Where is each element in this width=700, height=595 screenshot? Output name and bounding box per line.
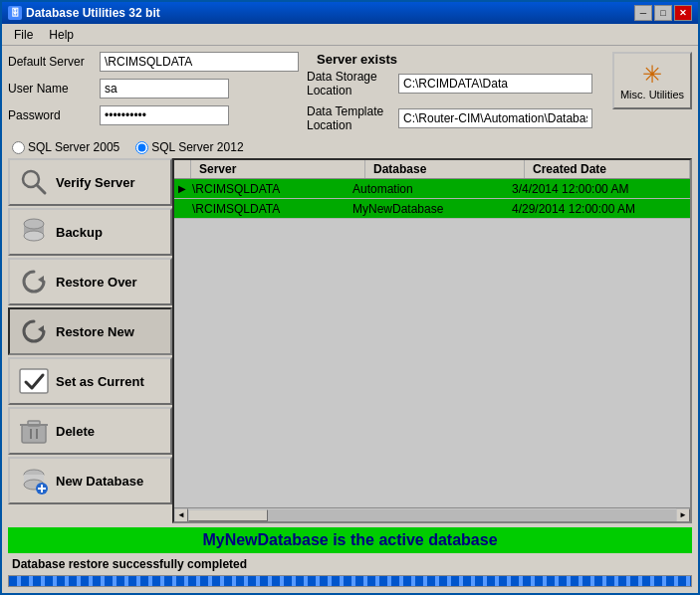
table-row[interactable]: ▶ \RCIMSQLDATA Automation 3/4/2014 12:00…: [174, 179, 690, 199]
scroll-track[interactable]: [188, 509, 676, 521]
restore-over-icon: [18, 266, 50, 298]
backup-icon: [18, 216, 50, 248]
misc-utilities-icon: ✳: [642, 61, 662, 89]
sidebar: Verify Server Backup: [8, 158, 172, 523]
restore-new-icon: [18, 315, 50, 347]
default-server-input[interactable]: [100, 52, 299, 72]
title-bar: 🗄 Database Utilities 32 bit ─ □ ✕: [2, 2, 698, 24]
header-section: Default Server User Name Password Server…: [8, 52, 692, 136]
row-arrow: [174, 208, 188, 210]
new-database-label: New Database: [56, 474, 143, 489]
restore-new-button[interactable]: Restore New: [8, 307, 172, 355]
main-panel: Verify Server Backup: [8, 158, 692, 523]
svg-line-1: [37, 185, 45, 193]
set-as-current-icon: [18, 365, 50, 397]
row-date: 3/4/2014 12:00:00 AM: [508, 181, 690, 197]
bottom-status: Database restore successfully completed: [8, 555, 692, 573]
svg-marker-7: [38, 325, 44, 333]
content-area: Default Server User Name Password Server…: [2, 46, 698, 593]
username-row: User Name: [8, 79, 299, 99]
backup-label: Backup: [56, 225, 103, 240]
restore-over-button[interactable]: Restore Over: [8, 258, 172, 305]
misc-utilities-button[interactable]: ✳ Misc. Utilities: [612, 52, 692, 109]
verify-server-icon: [18, 166, 50, 198]
scroll-thumb[interactable]: [188, 509, 268, 521]
default-server-row: Default Server: [8, 52, 299, 72]
menu-file[interactable]: File: [6, 26, 41, 44]
window-controls: ─ □ ✕: [634, 5, 692, 21]
radio-sql2012-label[interactable]: SQL Server 2012: [135, 140, 243, 154]
status-banner: MyNewDatabase is the active database: [8, 527, 692, 553]
data-storage-row: Data Storage Location: [307, 70, 600, 98]
left-form: Default Server User Name Password: [8, 52, 299, 136]
th-database: Database: [365, 160, 525, 178]
th-server: Server: [191, 160, 365, 178]
radio-sql2012-text: SQL Server 2012: [151, 140, 243, 154]
row-arrow: ▶: [174, 182, 188, 195]
password-label: Password: [8, 108, 96, 122]
misc-utilities-label: Misc. Utilities: [620, 89, 684, 100]
scroll-left-button[interactable]: ◄: [174, 508, 188, 522]
table-area: Server Database Created Date ▶ \RCIMSQLD…: [172, 158, 692, 523]
radio-sql2005[interactable]: [12, 141, 25, 154]
window-title: Database Utilities 32 bit: [26, 6, 634, 20]
right-form: Server exists Data Storage Location Data…: [307, 52, 600, 136]
horizontal-scrollbar[interactable]: ◄ ►: [174, 507, 690, 521]
th-date: Created Date: [525, 160, 690, 178]
data-template-label: Data Template Location: [307, 104, 394, 132]
svg-point-4: [24, 231, 44, 241]
row-server: \RCIMSQLDATA: [188, 201, 349, 217]
backup-button[interactable]: Backup: [8, 208, 172, 256]
set-as-current-button[interactable]: Set as Current: [8, 357, 172, 405]
row-database: MyNewDatabase: [349, 201, 508, 217]
svg-rect-8: [20, 369, 48, 393]
progress-bar-container: [8, 575, 692, 587]
server-exists-label: Server exists: [317, 52, 397, 67]
menu-bar: File Help: [2, 24, 698, 46]
svg-rect-9: [22, 425, 46, 443]
row-date: 4/29/2014 12:00:00 AM: [508, 201, 690, 217]
progress-bar: [9, 576, 691, 586]
window-icon: 🗄: [8, 6, 22, 20]
default-server-label: Default Server: [8, 55, 96, 69]
data-template-row: Data Template Location: [307, 104, 600, 132]
delete-button[interactable]: Delete: [8, 407, 172, 455]
new-database-button[interactable]: New Database: [8, 457, 172, 504]
row-server: \RCIMSQLDATA: [188, 181, 349, 197]
svg-marker-6: [38, 276, 44, 284]
new-database-icon: [18, 465, 50, 496]
minimize-button[interactable]: ─: [634, 5, 652, 21]
username-label: User Name: [8, 82, 96, 96]
password-row: Password: [8, 105, 299, 125]
row-database: Automation: [349, 181, 508, 197]
menu-help[interactable]: Help: [41, 26, 82, 44]
data-template-input[interactable]: [398, 108, 592, 128]
svg-point-5: [24, 219, 44, 229]
maximize-button[interactable]: □: [654, 5, 672, 21]
restore-new-label: Restore New: [56, 324, 134, 339]
password-input[interactable]: [100, 105, 229, 125]
radio-group: SQL Server 2005 SQL Server 2012: [12, 140, 692, 154]
th-arrow: [174, 160, 191, 178]
data-storage-label: Data Storage Location: [307, 70, 394, 98]
delete-icon: [18, 415, 50, 447]
table-header: Server Database Created Date: [174, 160, 690, 179]
username-input[interactable]: [100, 79, 229, 99]
radio-sql2005-label[interactable]: SQL Server 2005: [12, 140, 119, 154]
close-button[interactable]: ✕: [674, 5, 692, 21]
main-window: 🗄 Database Utilities 32 bit ─ □ ✕ File H…: [0, 0, 700, 595]
data-storage-input[interactable]: [398, 74, 592, 94]
table-row[interactable]: \RCIMSQLDATA MyNewDatabase 4/29/2014 12:…: [174, 199, 690, 219]
set-as-current-label: Set as Current: [56, 374, 144, 389]
table-body: ▶ \RCIMSQLDATA Automation 3/4/2014 12:00…: [174, 179, 690, 507]
delete-label: Delete: [56, 424, 95, 439]
scroll-right-button[interactable]: ►: [676, 508, 690, 522]
verify-server-button[interactable]: Verify Server: [8, 158, 172, 206]
verify-server-label: Verify Server: [56, 175, 135, 190]
restore-over-label: Restore Over: [56, 275, 137, 290]
server-exists-row: Server exists: [307, 52, 600, 67]
radio-sql2005-text: SQL Server 2005: [28, 140, 119, 154]
radio-sql2012[interactable]: [135, 141, 148, 154]
